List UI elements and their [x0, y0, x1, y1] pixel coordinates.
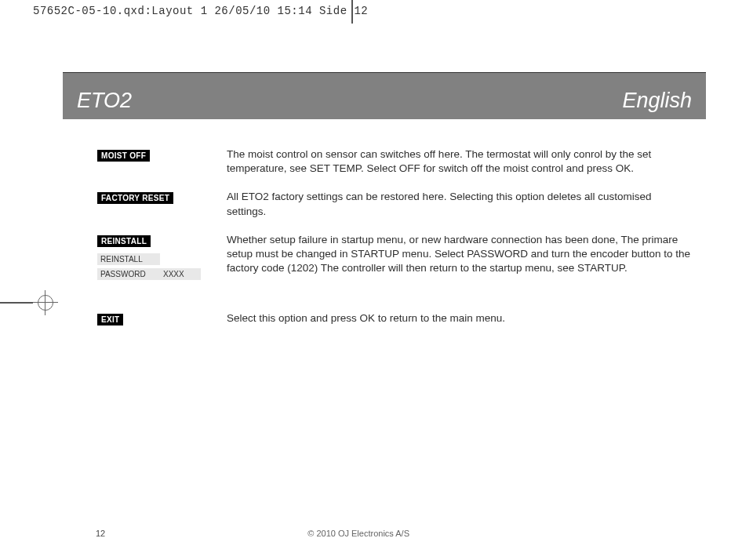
row-moist-off: MOIST OFF The moist control on sensor ca… [97, 147, 692, 176]
title-left: ETO2 [77, 89, 132, 113]
footer-spacer [675, 529, 690, 538]
title-right: English [622, 89, 692, 113]
crop-mark-top [351, 0, 353, 24]
label-col: MOIST OFF [97, 147, 227, 176]
row-exit: EXIT Select this option and press OK to … [97, 311, 692, 329]
page-body: ETO2 English MOIST OFF The moist control… [0, 17, 753, 329]
tag-reinstall: REINSTALL [97, 235, 151, 247]
title-band: ETO2 English [63, 72, 706, 119]
crop-mark-left [0, 302, 33, 304]
desc-factory-reset: All ETO2 factory settings can be restore… [227, 190, 692, 218]
tag-moist-off: MOIST OFF [97, 150, 150, 162]
desc-moist-off: The moist control on sensor can switches… [227, 147, 692, 176]
print-file-header: 57652C-05-10.qxd:Layout 1 26/05/10 15:14… [0, 0, 753, 17]
tag-factory-reset: FACTORY RESET [97, 192, 173, 204]
row-reinstall: REINSTALL REINSTALL PASSWORD XXXX Whethe… [97, 233, 692, 280]
label-col: REINSTALL REINSTALL PASSWORD XXXX [97, 233, 227, 280]
sub-reinstall-label: REINSTALL [97, 253, 160, 265]
content-area: MOIST OFF The moist control on sensor ca… [63, 119, 706, 329]
registration-circle [38, 295, 53, 311]
copyright: © 2010 OJ Electronics A/S [42, 529, 675, 538]
label-col: FACTORY RESET [97, 190, 227, 218]
desc-reinstall: Whether setup failure in startup menu, o… [227, 233, 692, 280]
tag-exit: EXIT [97, 314, 123, 325]
sub-password-value: XXXX [160, 268, 201, 280]
row-factory-reset: FACTORY RESET All ETO2 factory settings … [97, 190, 692, 218]
page-footer: 12 © 2010 OJ Electronics A/S [0, 529, 753, 538]
subrow-password: PASSWORD XXXX [97, 268, 227, 280]
sub-password-label: PASSWORD [97, 268, 160, 280]
subrow-reinstall: REINSTALL [97, 253, 227, 265]
label-col: EXIT [97, 311, 227, 329]
desc-exit: Select this option and press OK to retur… [227, 311, 692, 329]
